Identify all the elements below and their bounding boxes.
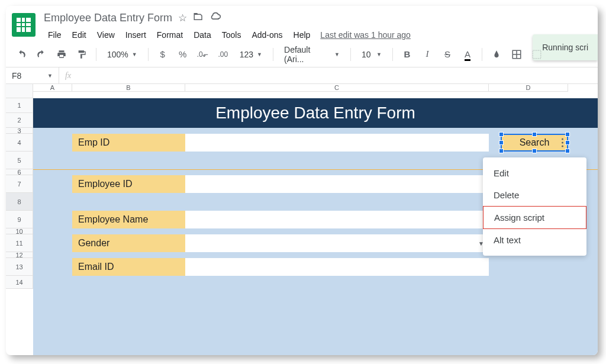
menu-insert[interactable]: Insert — [121, 28, 150, 42]
menu-addons[interactable]: Add-ons — [247, 28, 286, 42]
strikethrough-button[interactable]: S — [439, 46, 456, 63]
col-header-b[interactable]: B — [72, 84, 185, 92]
row-header-12[interactable]: 12 — [6, 252, 33, 258]
gender-label: Gender — [72, 234, 185, 252]
currency-button[interactable]: $ — [154, 46, 171, 63]
row-header-1[interactable]: 1 — [6, 98, 33, 113]
sheet-area: 1 2 3 4 5 6 7 8 9 10 11 12 13 14 A B C — [6, 84, 598, 355]
col-header-d[interactable]: D — [489, 84, 568, 92]
toolbar: 100%▼ $ % .0⬐ .00 123▼ Default (Ari...▼ … — [6, 41, 598, 67]
form-title-cell: Employee Data Entry Form — [33, 98, 598, 128]
text-color-button[interactable]: A — [459, 46, 476, 63]
row-header-7[interactable]: 7 — [6, 175, 33, 193]
employee-name-input[interactable] — [185, 211, 489, 228]
percent-button[interactable]: % — [175, 46, 191, 63]
move-icon[interactable] — [193, 11, 204, 25]
menu-file[interactable]: File — [44, 28, 66, 42]
row-header-2[interactable]: 2 — [6, 113, 33, 128]
star-icon[interactable]: ☆ — [178, 12, 187, 24]
merge-button[interactable] — [528, 46, 545, 63]
menu-data[interactable]: Data — [189, 28, 215, 42]
row-header-14[interactable]: 14 — [6, 276, 33, 289]
email-id-label: Email ID — [72, 258, 185, 276]
row-header-9[interactable]: 9 — [6, 211, 33, 228]
employee-name-label: Employee Name — [72, 211, 185, 228]
row-header-5[interactable]: 5 — [6, 152, 33, 169]
menu-help[interactable]: Help — [289, 28, 315, 42]
decrease-decimal-button[interactable]: .0⬐ — [195, 46, 211, 63]
email-id-input[interactable] — [185, 258, 489, 276]
fx-label: fx — [59, 71, 77, 80]
fill-color-button[interactable] — [488, 46, 505, 63]
grid-body[interactable]: Employee Data Entry Form Emp ID Search — [33, 98, 598, 355]
emp-id-input[interactable] — [185, 134, 489, 152]
context-alt-text[interactable]: Alt text — [483, 229, 586, 251]
bold-button[interactable]: B — [399, 46, 415, 63]
font-select[interactable]: Default (Ari...▼ — [279, 43, 344, 66]
cloud-status-icon[interactable] — [209, 11, 221, 25]
select-all-corner[interactable] — [6, 84, 33, 98]
name-box[interactable]: F8 ▼ — [6, 67, 59, 83]
row-header-11[interactable]: 11 — [6, 234, 33, 252]
context-delete[interactable]: Delete — [483, 184, 586, 206]
row-headers: 1 2 3 4 5 6 7 8 9 10 11 12 13 14 — [6, 98, 33, 289]
context-edit[interactable]: Edit — [483, 162, 586, 184]
employee-id-label: Employee ID — [72, 175, 185, 193]
document-title[interactable]: Employee Data Entry Form — [44, 12, 172, 24]
sheets-logo[interactable] — [12, 13, 36, 37]
increase-decimal-button[interactable]: .00 — [215, 46, 231, 63]
row-header-8[interactable]: 8 — [6, 193, 33, 211]
gender-select[interactable]: ▼ — [185, 234, 489, 252]
menu-view[interactable]: View — [93, 28, 119, 42]
menu-tools[interactable]: Tools — [218, 28, 246, 42]
search-button[interactable]: Search — [501, 134, 568, 152]
print-button[interactable] — [53, 46, 70, 63]
toast-text: Running scri — [542, 43, 588, 52]
col-header-a[interactable]: A — [33, 84, 72, 92]
undo-button[interactable] — [13, 46, 30, 63]
row-header-6[interactable]: 6 — [6, 169, 33, 175]
zoom-select[interactable]: 100%▼ — [102, 47, 142, 62]
drawing-menu-icon[interactable] — [562, 138, 563, 147]
row-header-13[interactable]: 13 — [6, 258, 33, 276]
font-size-select[interactable]: 10▼ — [357, 47, 386, 62]
borders-button[interactable] — [508, 46, 525, 63]
emp-id-label: Emp ID — [72, 134, 185, 152]
italic-button[interactable]: I — [419, 46, 436, 63]
context-menu: Edit Delete Assign script Alt text — [483, 157, 586, 256]
context-assign-script[interactable]: Assign script — [483, 206, 586, 229]
column-headers: A B C D — [33, 84, 598, 92]
document-header: Employee Data Entry Form ☆ File Edit Vie… — [6, 6, 598, 41]
menu-edit[interactable]: Edit — [68, 28, 91, 42]
name-box-row: F8 ▼ fx — [6, 67, 598, 84]
svg-rect-3 — [533, 50, 541, 59]
employee-id-input[interactable] — [185, 175, 489, 193]
more-formats-select[interactable]: 123▼ — [235, 47, 267, 62]
col-header-c[interactable]: C — [185, 84, 489, 92]
redo-button[interactable] — [33, 46, 50, 63]
paint-format-button[interactable] — [73, 46, 90, 63]
row-header-3[interactable]: 3 — [6, 128, 33, 134]
row-header-4[interactable]: 4 — [6, 134, 33, 152]
menu-bar: File Edit View Insert Format Data Tools … — [44, 28, 592, 42]
last-edit-link[interactable]: Last edit was 1 hour ago — [320, 30, 411, 40]
row-header-10[interactable]: 10 — [6, 228, 33, 234]
menu-format[interactable]: Format — [153, 28, 187, 42]
